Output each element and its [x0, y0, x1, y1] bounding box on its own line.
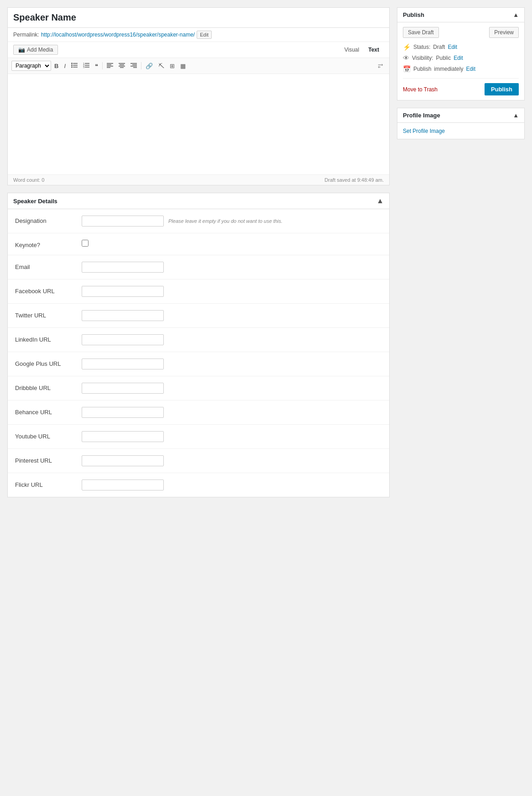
label-flickr-url: Flickr URL	[15, 480, 74, 488]
preview-button[interactable]: Preview	[489, 27, 519, 38]
label-linkedin-url: LinkedIn URL	[15, 334, 74, 343]
toolbar-separator-2	[141, 62, 141, 69]
set-profile-image-link[interactable]: Set Profile Image	[403, 128, 445, 134]
svg-rect-8	[85, 67, 89, 68]
label-designation: Designation	[15, 216, 74, 224]
svg-rect-12	[107, 63, 113, 64]
publish-time-edit-link[interactable]: Edit	[466, 66, 475, 72]
word-count-label: Word count: 0	[13, 177, 44, 183]
visibility-value: Public	[436, 55, 451, 61]
status-value: Draft	[433, 44, 445, 50]
save-draft-button[interactable]: Save Draft	[403, 27, 439, 38]
publish-time-row: 📅 Publish immediately Edit	[403, 65, 519, 73]
link-button[interactable]: 🔗	[143, 62, 155, 70]
input-wrap-flickr-url	[82, 480, 382, 490]
input-dribbble-url[interactable]	[82, 383, 164, 394]
input-google-plus-url[interactable]	[82, 358, 164, 369]
label-facebook-url: Facebook URL	[15, 286, 74, 295]
ol-button[interactable]: 1.2.3.	[81, 62, 92, 70]
svg-rect-20	[130, 63, 137, 64]
publish-box-header[interactable]: Publish ▲	[397, 8, 524, 22]
label-keynote: Keynote?	[15, 240, 74, 248]
input-wrap-youtube-url	[82, 431, 382, 442]
speaker-details-header[interactable]: Speaker Details ▲	[8, 193, 389, 209]
paragraph-select[interactable]: Paragraph	[11, 61, 51, 71]
visibility-icon: 👁	[403, 54, 409, 62]
profile-image-box: Profile Image ▲ Set Profile Image	[397, 108, 525, 139]
svg-point-5	[71, 66, 73, 68]
svg-rect-23	[133, 67, 137, 68]
profile-image-box-title: Profile Image	[403, 112, 440, 119]
field-row-behance-url: Behance URL	[8, 401, 389, 425]
ul-button[interactable]	[69, 62, 80, 70]
move-to-trash-link[interactable]: Move to Trash	[403, 86, 438, 93]
label-twitter-url: Twitter URL	[15, 310, 74, 319]
input-wrap-facebook-url	[82, 286, 382, 297]
svg-rect-14	[107, 66, 113, 67]
blockquote-button[interactable]: ❝	[93, 62, 100, 70]
tab-visual[interactable]: Visual	[340, 45, 364, 55]
content-area[interactable]	[8, 74, 389, 174]
input-wrap-dribbble-url	[82, 383, 382, 394]
permalink-edit-button[interactable]: Edit	[197, 31, 212, 39]
expand-button[interactable]: ⥂	[376, 61, 386, 70]
unlink-button[interactable]: ⛏	[156, 62, 167, 70]
label-email: Email	[15, 262, 74, 270]
label-pinterest-url: Pinterest URL	[15, 455, 74, 464]
input-linkedin-url[interactable]	[82, 334, 164, 345]
label-google-plus-url: Google Plus URL	[15, 358, 74, 367]
svg-rect-1	[73, 65, 78, 66]
speaker-details-toggle: ▲	[376, 197, 384, 205]
input-keynote[interactable]	[82, 240, 89, 247]
input-twitter-url[interactable]	[82, 310, 164, 321]
publish-box-body: Save Draft Preview ⚡ Status: Draft Edit …	[397, 22, 524, 100]
input-flickr-url[interactable]	[82, 480, 164, 490]
input-facebook-url[interactable]	[82, 286, 164, 297]
permalink-url[interactable]: http://localhost/wordpress/wordpress16/s…	[41, 32, 195, 38]
svg-point-4	[71, 64, 73, 66]
label-dribbble-url: Dribbble URL	[15, 383, 74, 391]
format-toolbar: Paragraph B I 1.2.3. ❝	[8, 58, 389, 74]
publish-time-value: immediately	[434, 66, 463, 72]
align-right-button[interactable]	[128, 62, 139, 70]
input-wrap-linkedin-url	[82, 334, 382, 345]
field-row-twitter-url: Twitter URL	[8, 304, 389, 328]
svg-rect-7	[85, 65, 89, 66]
italic-button[interactable]: I	[62, 62, 68, 70]
input-pinterest-url[interactable]	[82, 455, 164, 466]
input-email[interactable]	[82, 262, 164, 273]
visibility-label: Visibility:	[412, 55, 433, 61]
svg-rect-2	[73, 67, 78, 68]
svg-rect-17	[120, 64, 124, 65]
input-youtube-url[interactable]	[82, 431, 164, 442]
add-media-button[interactable]: 📷 Add Media	[13, 45, 58, 55]
insert-button[interactable]: ⊞	[167, 62, 177, 70]
align-center-button[interactable]	[116, 62, 127, 70]
input-behance-url[interactable]	[82, 407, 164, 418]
profile-image-box-header[interactable]: Profile Image ▲	[397, 108, 524, 123]
field-row-youtube-url: Youtube URL	[8, 425, 389, 449]
status-edit-link[interactable]: Edit	[448, 44, 457, 50]
publish-actions-row: Save Draft Preview	[403, 27, 519, 38]
calendar-icon: 📅	[403, 65, 411, 73]
svg-rect-16	[119, 63, 125, 64]
speaker-details-body: Designation Please leave it empty if you…	[8, 209, 389, 497]
input-wrap-behance-url	[82, 407, 382, 418]
field-row-flickr-url: Flickr URL	[8, 473, 389, 497]
svg-rect-18	[119, 66, 125, 67]
draft-saved-label: Draft saved at 9:48:49 am.	[324, 177, 384, 183]
svg-rect-0	[73, 63, 78, 64]
editor-box: Permalink: http://localhost/wordpress/wo…	[7, 7, 390, 185]
align-left-button[interactable]	[104, 62, 115, 70]
status-label: Status:	[413, 44, 430, 50]
field-row-keynote: Keynote?	[8, 233, 389, 255]
visibility-row: 👁 Visibility: Public Edit	[403, 54, 519, 62]
add-media-label: Add Media	[27, 47, 53, 53]
input-designation[interactable]	[82, 216, 164, 227]
visibility-edit-link[interactable]: Edit	[454, 55, 463, 61]
bold-button[interactable]: B	[52, 62, 61, 70]
table-button[interactable]: ▦	[178, 62, 188, 70]
speaker-name-input[interactable]	[8, 8, 389, 28]
tab-text[interactable]: Text	[364, 45, 384, 55]
publish-button[interactable]: Publish	[485, 83, 519, 95]
